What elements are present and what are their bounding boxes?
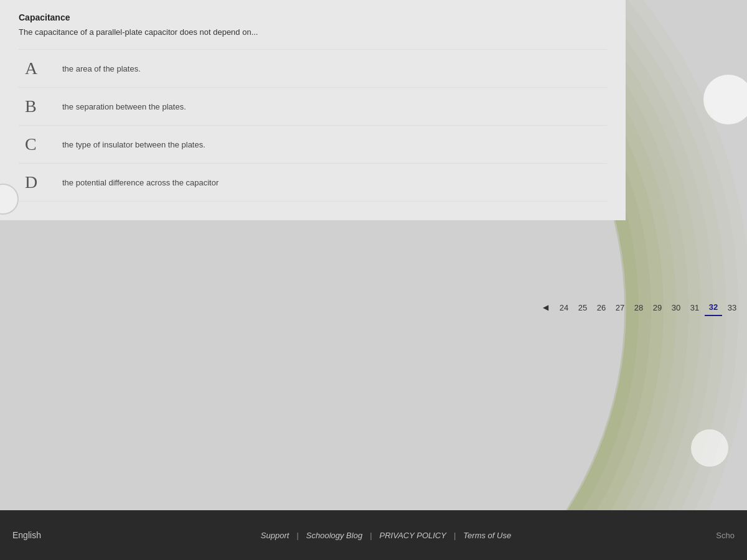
answer-option-b[interactable]: B the separation between the plates. (19, 88, 607, 126)
footer-language[interactable]: English (0, 530, 87, 540)
page-prev-button[interactable]: ◀ (537, 299, 554, 316)
answer-label-a: A (25, 58, 56, 78)
footer-sep-3: | (454, 531, 456, 540)
answer-label-c: C (25, 134, 56, 154)
question-text: The capacitance of a parallel-plate capa… (19, 27, 607, 37)
footer-link-blog[interactable]: Schoology Blog (306, 531, 362, 540)
answer-label-d: D (25, 172, 56, 192)
decorative-circle-top-right (703, 75, 747, 124)
answer-text-a: the area of the plates. (62, 64, 141, 73)
footer-sep-2: | (370, 531, 372, 540)
question-title: Capacitance (19, 12, 607, 22)
pagination-row: ◀ 24 25 26 27 28 29 30 31 32 33 (0, 299, 747, 316)
footer-right-text: Scho (685, 531, 747, 540)
answer-option-c[interactable]: C the type of insulator between the plat… (19, 126, 607, 164)
footer-link-support[interactable]: Support (261, 531, 289, 540)
page-32[interactable]: 32 (705, 299, 722, 316)
page-31[interactable]: 31 (686, 299, 703, 316)
answer-option-a[interactable]: A the area of the plates. (19, 49, 607, 88)
footer: English Support | Schoology Blog | PRIVA… (0, 510, 747, 560)
page-33[interactable]: 33 (723, 299, 741, 316)
page-navigation: ◀ 24 25 26 27 28 29 30 31 32 33 (537, 299, 741, 316)
page-24[interactable]: 24 (555, 299, 573, 316)
answer-text-c: the type of insulator between the plates… (62, 140, 205, 149)
answer-options: A the area of the plates. B the separati… (19, 49, 607, 202)
page-30[interactable]: 30 (667, 299, 685, 316)
answer-label-b: B (25, 96, 56, 116)
page-29[interactable]: 29 (649, 299, 666, 316)
footer-link-terms[interactable]: Terms of Use (463, 531, 511, 540)
question-panel: Capacitance The capacitance of a paralle… (0, 0, 626, 220)
page-28[interactable]: 28 (630, 299, 647, 316)
footer-sep-1: | (296, 531, 298, 540)
answer-text-d: the potential difference across the capa… (62, 178, 218, 187)
footer-link-privacy[interactable]: PRIVACY POLICY (380, 531, 446, 540)
page-27[interactable]: 27 (611, 299, 629, 316)
decorative-circle-bottom-right (691, 429, 728, 467)
answer-option-d[interactable]: D the potential difference across the ca… (19, 164, 607, 202)
page-26[interactable]: 26 (593, 299, 610, 316)
answer-text-b: the separation between the plates. (62, 102, 186, 111)
footer-links: Support | Schoology Blog | PRIVACY POLIC… (87, 531, 685, 540)
page-25[interactable]: 25 (574, 299, 591, 316)
